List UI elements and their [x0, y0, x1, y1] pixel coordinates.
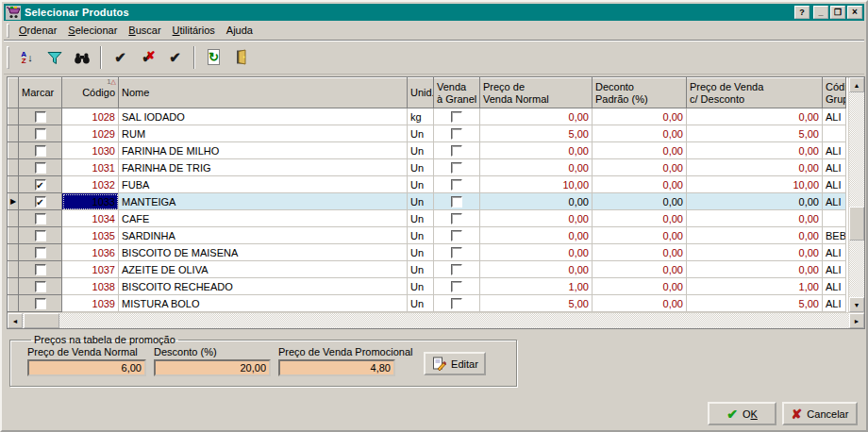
- menu-grabber[interactable]: [7, 24, 9, 38]
- product-row[interactable]: 1029RUMUn5,000,005,00: [8, 125, 846, 142]
- product-row[interactable]: 1030FARINHA DE MILHOUn0,000,000,00ALI: [8, 142, 846, 159]
- codigo-cell[interactable]: 1031: [62, 159, 119, 176]
- preco-venda-normal-cell[interactable]: 10,00: [480, 176, 593, 193]
- vertical-scroll-thumb[interactable]: [849, 207, 864, 241]
- desconto-padrao-cell[interactable]: 0,00: [593, 261, 687, 278]
- preco-venda-desconto-cell[interactable]: 0,00: [687, 210, 823, 227]
- product-row[interactable]: 1034CAFEUn0,000,000,00: [8, 210, 846, 227]
- horizontal-scrollbar[interactable]: ◄ ►: [8, 312, 864, 328]
- codigo-cell[interactable]: 1028: [62, 108, 119, 125]
- grupo-cell[interactable]: ALI: [823, 193, 846, 210]
- unid-cell[interactable]: Un: [408, 210, 434, 227]
- codigo-cell[interactable]: 1039: [62, 295, 119, 312]
- granel-checkbox[interactable]: [451, 162, 462, 174]
- granel-checkbox[interactable]: [451, 281, 462, 292]
- codigo-cell[interactable]: 1032: [62, 176, 119, 193]
- nome-cell[interactable]: CAFE: [119, 210, 408, 227]
- preco-venda-desconto-cell[interactable]: 0,00: [687, 193, 823, 210]
- preco-venda-desconto-cell[interactable]: 0,00: [687, 261, 823, 278]
- minimize-button[interactable]: _: [813, 6, 828, 19]
- desconto-padrao-cell[interactable]: 0,00: [593, 295, 687, 312]
- product-row[interactable]: 1035SARDINHAUn0,000,000,00BEB: [8, 227, 846, 244]
- ok-button[interactable]: ✔ OK: [708, 402, 776, 425]
- column-header-granel[interactable]: Vendaà Granel: [434, 78, 480, 108]
- preco-venda-normal-cell[interactable]: 0,00: [480, 159, 593, 176]
- toolbar-filter-button[interactable]: [42, 45, 67, 70]
- grupo-cell[interactable]: ALI: [823, 278, 846, 295]
- nome-cell[interactable]: FUBA: [119, 176, 408, 193]
- unid-cell[interactable]: Un: [408, 227, 434, 244]
- marcar-checkbox[interactable]: [35, 111, 46, 123]
- preco-venda-normal-cell[interactable]: 0,00: [480, 108, 593, 125]
- product-row[interactable]: 1037AZEITE DE OLIVAUn0,000,000,00ALI: [8, 261, 846, 278]
- granel-checkbox[interactable]: [451, 196, 462, 208]
- menu-selecionar[interactable]: Selecionar: [62, 23, 123, 38]
- preco-venda-desconto-cell[interactable]: 10,00: [687, 176, 823, 193]
- toolbar-uncheck-button[interactable]: ✔✘: [135, 45, 160, 70]
- desconto-padrao-cell[interactable]: 0,00: [593, 159, 687, 176]
- help-button[interactable]: ?: [794, 6, 810, 19]
- codigo-cell[interactable]: 1036: [62, 244, 119, 261]
- preco-venda-normal-cell[interactable]: 0,00: [480, 261, 593, 278]
- desconto-padrao-cell[interactable]: 0,00: [593, 176, 687, 193]
- nome-cell[interactable]: FARINHA DE TRIG: [119, 159, 408, 176]
- promo-field-input[interactable]: [154, 359, 271, 376]
- codigo-cell[interactable]: 1033: [62, 193, 119, 210]
- product-row[interactable]: 1039MISTURA BOLOUn5,000,005,00ALI: [8, 295, 846, 312]
- unid-cell[interactable]: Un: [408, 193, 434, 210]
- maximize-button[interactable]: ❐: [830, 6, 845, 19]
- codigo-cell[interactable]: 1034: [62, 210, 119, 227]
- nome-cell[interactable]: SARDINHA: [119, 227, 408, 244]
- grupo-cell[interactable]: ALI: [823, 244, 846, 261]
- unid-cell[interactable]: Un: [408, 295, 434, 312]
- toolbar-binoculars-button[interactable]: [69, 45, 94, 70]
- granel-checkbox[interactable]: [451, 179, 462, 191]
- desconto-padrao-cell[interactable]: 0,00: [593, 210, 687, 227]
- nome-cell[interactable]: AZEITE DE OLIVA: [119, 261, 408, 278]
- desconto-padrao-cell[interactable]: 0,00: [593, 125, 687, 142]
- granel-checkbox[interactable]: [451, 111, 462, 123]
- marcar-checkbox[interactable]: [35, 281, 46, 292]
- unid-cell[interactable]: Un: [408, 176, 434, 193]
- granel-checkbox[interactable]: [451, 247, 462, 258]
- nome-cell[interactable]: MISTURA BOLO: [119, 295, 408, 312]
- toolbar-grabber[interactable]: [7, 46, 9, 69]
- preco-venda-normal-cell[interactable]: 5,00: [480, 295, 593, 312]
- preco-venda-normal-cell[interactable]: 0,00: [480, 142, 593, 159]
- column-header-pvd[interactable]: Preço de Venda c/ Desconto: [687, 78, 823, 108]
- preco-venda-desconto-cell[interactable]: 0,00: [687, 227, 823, 244]
- unid-cell[interactable]: Un: [408, 261, 434, 278]
- product-row[interactable]: ✔1032FUBAUn10,000,0010,00ALI: [8, 176, 846, 193]
- menu-buscar[interactable]: Buscar: [123, 23, 166, 38]
- column-header-unid[interactable]: Unid.: [408, 78, 434, 108]
- granel-checkbox[interactable]: [451, 145, 462, 157]
- nome-cell[interactable]: MANTEIGA: [119, 193, 408, 210]
- preco-venda-normal-cell[interactable]: 0,00: [480, 227, 593, 244]
- grupo-cell[interactable]: ALI: [823, 108, 846, 125]
- codigo-cell[interactable]: 1038: [62, 278, 119, 295]
- marcar-checkbox[interactable]: ✔: [35, 196, 46, 208]
- product-row[interactable]: 1028SAL IODADOkg0,000,000,00ALI: [8, 108, 846, 125]
- toolbar-exit-door-button[interactable]: [228, 45, 254, 70]
- preco-venda-desconto-cell[interactable]: 0,00: [687, 142, 823, 159]
- unid-cell[interactable]: Un: [408, 142, 434, 159]
- product-row[interactable]: ▶✔1033MANTEIGAUn0,000,000,00ALI: [8, 193, 846, 210]
- preco-venda-desconto-cell[interactable]: 0,00: [687, 244, 823, 261]
- editar-button[interactable]: Editar: [424, 352, 486, 375]
- granel-checkbox[interactable]: [451, 213, 462, 224]
- granel-checkbox[interactable]: [451, 128, 462, 140]
- toolbar-confirm-button[interactable]: ✔: [162, 45, 188, 70]
- product-row[interactable]: 1038BISCOITO RECHEADOUn1,000,001,00ALI: [8, 278, 846, 295]
- desconto-padrao-cell[interactable]: 0,00: [593, 193, 687, 210]
- toolbar-check-button[interactable]: ✔: [108, 45, 133, 70]
- preco-venda-desconto-cell[interactable]: 5,00: [687, 295, 823, 312]
- marcar-checkbox[interactable]: ✔: [35, 179, 46, 191]
- preco-venda-normal-cell[interactable]: 0,00: [480, 210, 593, 227]
- cancelar-button[interactable]: ✘ Cancelar: [782, 402, 858, 425]
- marcar-checkbox[interactable]: [35, 213, 46, 224]
- grupo-cell[interactable]: ALI: [823, 261, 846, 278]
- preco-venda-desconto-cell[interactable]: 1,00: [687, 278, 823, 295]
- vertical-scrollbar[interactable]: ▲ ▼: [848, 77, 864, 312]
- preco-venda-desconto-cell[interactable]: 5,00: [687, 125, 823, 142]
- codigo-cell[interactable]: 1030: [62, 142, 119, 159]
